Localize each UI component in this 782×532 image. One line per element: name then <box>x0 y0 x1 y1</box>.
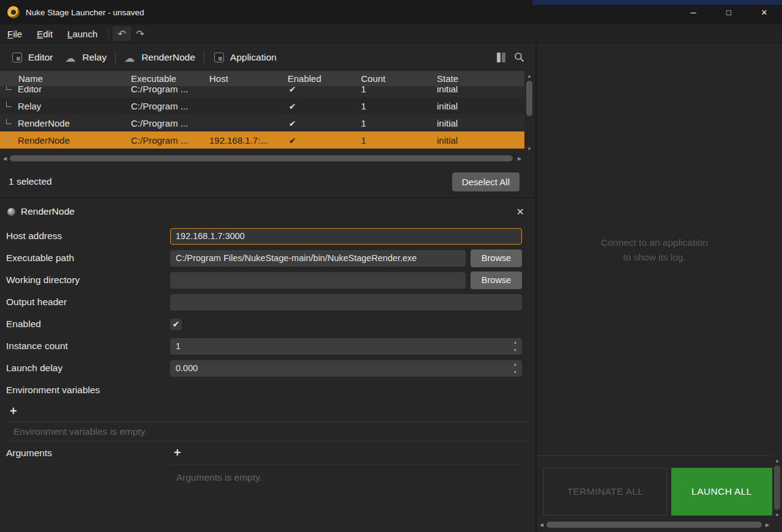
launch-all-button[interactable]: LAUNCH ALL <box>671 468 772 515</box>
output-header-label: Output header <box>0 297 170 308</box>
terminate-all-button[interactable]: TERMINATE ALL <box>543 468 667 515</box>
table-row-rendernode[interactable]: RenderNode C:/Program ... ✔ 1 initial <box>0 114 524 131</box>
launcher-panel: Editor ☁ Relay ☁ RenderNode Application <box>0 43 535 532</box>
add-relay-label: Relay <box>83 52 107 63</box>
add-environment-variable-button[interactable]: + <box>6 404 21 418</box>
spin-down-icon[interactable]: ▼ <box>511 369 519 375</box>
toolbar-separator <box>115 51 116 64</box>
enabled-check-icon: ✔ <box>288 102 296 111</box>
spin-down-icon[interactable]: ▼ <box>511 347 519 353</box>
menu-launch[interactable]: Launch <box>60 26 105 42</box>
scroll-right-icon[interactable]: ▶ <box>516 153 523 163</box>
scrollbar-thumb[interactable] <box>546 522 762 528</box>
scrollbar-thumb[interactable] <box>10 155 513 161</box>
log-vertical-scrollbar[interactable]: ▲ ▼ <box>772 456 782 520</box>
col-header-name[interactable]: Name <box>0 73 128 84</box>
working-directory-browse-button[interactable]: Browse <box>471 272 522 289</box>
working-directory-label: Working directory <box>0 275 170 286</box>
scrollbar-thumb[interactable] <box>526 81 532 116</box>
scrollbar-thumb[interactable] <box>774 465 780 510</box>
row-state: initial <box>434 101 524 111</box>
search-icon[interactable] <box>514 52 524 62</box>
executable-path-input[interactable] <box>170 250 466 267</box>
scroll-up-icon[interactable]: ▲ <box>524 72 534 79</box>
add-argument-button[interactable]: + <box>170 446 185 460</box>
relay-icon: ☁ <box>65 52 78 63</box>
add-rendernode-label: RenderNode <box>141 52 195 63</box>
enabled-label: Enabled <box>0 319 170 330</box>
executable-browse-button[interactable]: Browse <box>471 249 522 267</box>
enabled-check-icon: ✔ <box>288 136 296 146</box>
detail-title: RenderNode <box>21 206 75 217</box>
scroll-left-icon[interactable]: ◀ <box>538 520 545 530</box>
detail-form: Host address Executable path Browse Work… <box>0 225 535 483</box>
tree-tick-icon <box>6 136 12 141</box>
add-application-label: Application <box>230 52 277 63</box>
process-table: Editor C:/Program ... ✔ 1 initial Relay … <box>0 86 524 153</box>
divider <box>0 198 535 198</box>
add-relay-button[interactable]: ☁ Relay <box>59 48 113 67</box>
undo-icon[interactable]: ↶ <box>113 26 131 41</box>
output-header-input[interactable] <box>170 294 522 311</box>
table-row-rendernode-selected[interactable]: RenderNode C:/Program ... 192.168.1.7:..… <box>0 131 524 149</box>
add-editor-button[interactable]: Editor <box>5 48 59 67</box>
scroll-down-icon[interactable]: ▼ <box>773 511 781 519</box>
row-executable: C:/Program ... <box>128 86 207 94</box>
col-header-executable[interactable]: Executable <box>128 73 207 84</box>
enabled-check-icon: ✔ <box>288 119 296 128</box>
spin-up-icon[interactable]: ▲ <box>511 361 519 368</box>
working-directory-input[interactable] <box>170 272 466 289</box>
col-header-state[interactable]: State <box>434 73 524 84</box>
log-panel: Connect to an application to show its lo… <box>537 43 782 532</box>
table-vertical-scrollbar[interactable]: ▲ ▼ <box>524 71 534 153</box>
app-logo-icon <box>7 6 20 18</box>
app-window: Nuke Stage Launcher - unsaved ─ □ ✕ File… <box>0 0 782 532</box>
row-count: 1 <box>359 101 434 111</box>
row-count: 1 <box>359 135 434 146</box>
row-name: Editor <box>18 86 42 94</box>
col-header-host[interactable]: Host <box>207 73 285 84</box>
row-host: 192.168.1.7:... <box>207 135 285 146</box>
spin-up-icon[interactable]: ▲ <box>511 339 519 345</box>
scroll-left-icon[interactable]: ◀ <box>1 153 9 163</box>
add-application-button[interactable]: Application <box>207 48 283 67</box>
menu-file[interactable]: File <box>0 26 29 42</box>
instance-count-label: Instance count <box>0 341 170 352</box>
title-bar: Nuke Stage Launcher - unsaved ─ □ ✕ <box>0 0 782 24</box>
log-horizontal-scrollbar[interactable]: ◀ ▶ <box>537 520 772 530</box>
row-executable: C:/Program ... <box>128 118 207 128</box>
scroll-right-icon[interactable]: ▶ <box>764 520 771 530</box>
row-executable: C:/Program ... <box>128 135 207 146</box>
selection-bar: 1 selected Deselect All <box>0 166 535 198</box>
launch-delay-input[interactable] <box>170 360 522 377</box>
columns-view-icon[interactable] <box>497 53 505 62</box>
menu-edit[interactable]: Edit <box>29 26 60 42</box>
enabled-checkbox[interactable]: ✔ <box>170 319 182 330</box>
application-icon <box>213 52 225 63</box>
rendernode-icon: ☁ <box>124 52 136 63</box>
status-dot-icon <box>7 208 15 216</box>
tree-tick-icon <box>6 102 12 107</box>
launch-delay-label: Launch delay <box>0 363 170 374</box>
detail-close-icon[interactable]: ✕ <box>516 206 524 218</box>
desktop-strip <box>532 0 782 5</box>
host-address-label: Host address <box>0 231 170 242</box>
table-row-editor[interactable]: Editor C:/Program ... ✔ 1 initial <box>0 86 524 97</box>
environment-variables-label: Environment variables <box>0 385 170 396</box>
scroll-up-icon[interactable]: ▲ <box>773 457 781 464</box>
col-header-enabled[interactable]: Enabled <box>285 73 359 84</box>
menu-bar: File Edit Launch ↶ ↷ <box>0 24 782 43</box>
host-address-input[interactable] <box>170 228 522 245</box>
redo-icon[interactable]: ↷ <box>131 26 149 41</box>
selection-status: 1 selected <box>9 176 52 187</box>
executable-path-label: Executable path <box>0 253 170 264</box>
table-horizontal-scrollbar[interactable]: ◀ ▶ <box>0 153 524 163</box>
deselect-all-button[interactable]: Deselect All <box>452 172 519 191</box>
add-rendernode-button[interactable]: ☁ RenderNode <box>118 48 201 67</box>
instance-count-input[interactable] <box>170 338 522 355</box>
scroll-down-icon[interactable]: ▼ <box>524 145 534 152</box>
row-executable: C:/Program ... <box>128 101 207 111</box>
table-row-relay[interactable]: Relay C:/Program ... ✔ 1 initial <box>0 97 524 114</box>
arguments-label: Arguments <box>0 448 170 459</box>
col-header-count[interactable]: Count <box>359 73 434 84</box>
